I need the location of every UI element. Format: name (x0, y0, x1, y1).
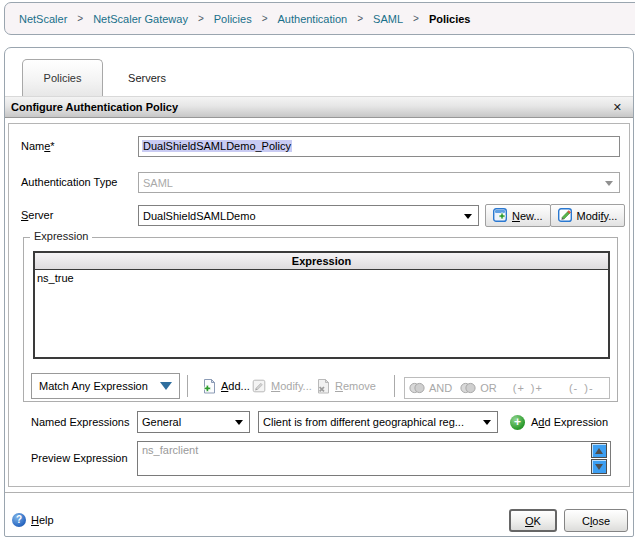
named-expressions-expression-select[interactable]: Client is from different geographical re… (258, 411, 498, 433)
add-toolbar-button-label: Add... (221, 380, 250, 392)
add-document-icon (202, 379, 217, 394)
breadcrumb-current-policies: Policies (429, 13, 471, 25)
named-expressions-category-value: General (142, 416, 181, 428)
breadcrumb-link-saml[interactable]: SAML (373, 13, 403, 25)
breadcrumb-separator: > (67, 13, 93, 24)
paren-open-plus-button: (+ (513, 382, 525, 394)
edit-pencil-icon (558, 208, 573, 223)
close-icon[interactable]: ✕ (613, 100, 622, 114)
breadcrumb-link-policies[interactable]: Policies (214, 13, 252, 25)
named-expressions-expression-value: Client is from different geographical re… (263, 416, 464, 428)
breadcrumb-link-netscaler-gateway[interactable]: NetScaler Gateway (93, 13, 188, 25)
dropdown-arrow-icon (464, 214, 472, 219)
dialog-title: Configure Authentication Policy (11, 101, 178, 113)
toolbar-separator (394, 375, 395, 397)
toolbar-separator (187, 375, 188, 397)
preview-expression-textarea[interactable]: ns_farclient (137, 441, 611, 476)
ok-button-label: OK (525, 515, 541, 527)
close-button[interactable]: Close (564, 509, 628, 532)
server-buttons: New... Modify... (485, 204, 625, 227)
help-button[interactable]: ? Help (12, 511, 54, 529)
dialog-form: Name* DualShieldSAMLDemo_Policy Authenti… (8, 123, 630, 487)
new-server-button-label: New... (512, 210, 543, 222)
paren-open-minus-button: (- (569, 382, 578, 394)
scroll-down-button[interactable] (591, 459, 607, 474)
breadcrumb: NetScaler > NetScaler Gateway > Policies… (4, 2, 635, 35)
authentication-type-label: Authentication Type (21, 172, 117, 193)
paren-close-minus-button: )- (584, 382, 593, 394)
tab-servers[interactable]: Servers (103, 59, 191, 96)
expression-fieldset: Expression Expression ns_true Match Any … (23, 237, 618, 402)
modify-server-button[interactable]: Modify... (550, 204, 626, 227)
ok-button[interactable]: OK (509, 509, 557, 532)
dropdown-arrow-icon (235, 420, 243, 425)
modify-expression-toolbar-button: Modify... (252, 373, 312, 399)
match-any-expression-label: Match Any Expression (39, 380, 148, 392)
remove-expression-toolbar-button: Remove (316, 373, 376, 399)
and-operator-icon (409, 382, 426, 394)
modify-server-button-label: Modify... (577, 210, 618, 222)
paren-close-plus-button: )+ (531, 382, 543, 394)
and-button-label: AND (429, 382, 452, 394)
modify-toolbar-button-label: Modify... (271, 380, 312, 392)
server-select[interactable]: DualShieldSAMLDemo (138, 205, 479, 226)
dialog-titlebar: Configure Authentication Policy ✕ (5, 96, 633, 118)
breadcrumb-separator: > (188, 13, 214, 24)
named-expressions-label: Named Expressions (31, 411, 129, 433)
expression-table-row[interactable]: ns_true (35, 270, 608, 286)
breadcrumb-link-authentication[interactable]: Authentication (278, 13, 348, 25)
server-label: Server (21, 205, 53, 226)
match-any-expression-button[interactable]: Match Any Expression (31, 373, 180, 399)
add-expression-button-label: Add Expression (531, 416, 608, 428)
preview-expression-label: Preview Expression (31, 448, 128, 469)
remove-document-disabled-icon (316, 379, 331, 394)
authentication-type-value: SAML (143, 177, 173, 189)
name-input-selected-text: DualShieldSAMLDemo_Policy (142, 140, 292, 152)
breadcrumb-separator: > (347, 13, 373, 24)
breadcrumb-separator: > (403, 13, 429, 24)
dropdown-arrow-icon (483, 420, 491, 425)
breadcrumb-separator: > (252, 13, 278, 24)
scroll-up-icon (595, 448, 603, 454)
remove-toolbar-button-label: Remove (335, 380, 376, 392)
scroll-up-button[interactable] (591, 443, 607, 458)
scroll-down-icon (595, 464, 603, 470)
server-value: DualShieldSAMLDemo (143, 210, 256, 222)
authentication-type-select: SAML (138, 172, 620, 193)
tab-policies[interactable]: Policies (22, 59, 103, 96)
dropdown-arrow-icon (605, 181, 613, 186)
expression-table: Expression ns_true (33, 251, 610, 359)
footer-separator (5, 492, 633, 493)
match-dropdown-arrow-icon (160, 382, 172, 390)
boolean-operator-group: AND OR (+ )+ (- )- (404, 377, 610, 399)
name-input[interactable]: DualShieldSAMLDemo_Policy (138, 136, 620, 157)
new-server-button[interactable]: New... (485, 204, 551, 227)
named-expressions-category-select[interactable]: General (137, 411, 250, 433)
modify-pencil-disabled-icon (252, 379, 267, 394)
netscaler-config-screen: NetScaler > NetScaler Gateway > Policies… (0, 0, 635, 542)
new-window-icon (493, 208, 508, 223)
or-operator-icon (460, 382, 477, 394)
add-expression-plus-icon: + (510, 415, 525, 430)
name-label: Name* (21, 136, 55, 157)
preview-expression-value: ns_farclient (142, 444, 198, 456)
help-icon: ? (12, 513, 26, 527)
add-expression-toolbar-button[interactable]: Add... (202, 373, 250, 399)
expression-legend: Expression (30, 230, 92, 242)
help-button-label: Help (31, 514, 54, 526)
expression-table-header: Expression (35, 253, 608, 270)
preview-scrollbar (591, 443, 607, 474)
close-button-label: Close (582, 515, 610, 527)
breadcrumb-link-netscaler[interactable]: NetScaler (19, 13, 67, 25)
or-button-label: OR (480, 382, 497, 394)
add-expression-button[interactable]: + Add Expression (510, 411, 608, 433)
